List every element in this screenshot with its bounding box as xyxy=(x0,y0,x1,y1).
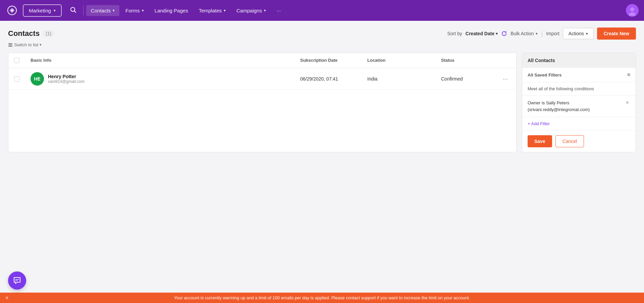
contact-initials: HE xyxy=(34,76,40,82)
contact-basic-info: HE Henry Potter vani914@gmail.com xyxy=(25,72,295,86)
nav-contacts-label: Contacts xyxy=(91,8,111,13)
nav-item-landing-pages[interactable]: Landing Pages xyxy=(150,5,193,16)
bulk-action-chevron-icon: ▾ xyxy=(536,32,538,36)
nav-campaigns-label: Campaigns xyxy=(236,8,262,13)
create-new-label: Create New xyxy=(604,31,629,36)
close-icon: × xyxy=(5,295,8,301)
import-button[interactable]: Import xyxy=(546,31,559,36)
campaigns-chevron-icon: ▾ xyxy=(264,8,266,13)
filter-condition: Owner is Sally Peters (srivani.reddy@int… xyxy=(522,96,636,117)
row-checkbox-cell xyxy=(8,76,25,82)
contact-details: Henry Potter vani914@gmail.com xyxy=(48,74,85,84)
contacts-table: Basic Info Subscription Date Location St… xyxy=(8,53,517,152)
actions-button[interactable]: Actions ▾ xyxy=(563,28,594,39)
filter-condition-label: Owner is Sally Peters xyxy=(528,100,590,106)
sort-by-label: Sort by xyxy=(447,31,462,36)
nav-landing-label: Landing Pages xyxy=(155,8,188,13)
contacts-chevron-icon: ▾ xyxy=(113,8,115,13)
table-header: Basic Info Subscription Date Location St… xyxy=(8,53,516,68)
filter-remove-button[interactable]: × xyxy=(625,100,630,106)
search-button[interactable] xyxy=(66,4,80,17)
switch-to-list-button[interactable]: Switch to list ▾ xyxy=(8,42,42,47)
header-right: Sort by Created Date ▾ Bulk Action ▾ | I… xyxy=(447,28,636,40)
page-title-group: Contacts (1) xyxy=(8,29,55,38)
th-subscription-date: Subscription Date xyxy=(295,58,362,63)
actions-label: Actions xyxy=(569,31,584,36)
nav-forms-label: Forms xyxy=(125,8,140,13)
cancel-filter-button[interactable]: Cancel xyxy=(555,135,584,147)
nav-more-label: ··· xyxy=(277,8,281,13)
chat-widget[interactable] xyxy=(8,271,26,290)
th-basic-info: Basic Info xyxy=(25,58,295,63)
sort-value: Created Date xyxy=(466,31,494,36)
bulk-action-label: Bulk Action xyxy=(511,31,534,36)
th-location: Location xyxy=(362,58,436,63)
nav-item-templates[interactable]: Templates ▾ xyxy=(194,5,230,16)
filter-meet-text: Meet all of the following conditions xyxy=(522,82,636,96)
contact-status: Confirmed xyxy=(436,76,496,82)
svg-point-4 xyxy=(630,7,634,11)
row-checkbox[interactable] xyxy=(14,76,19,82)
nav-item-forms[interactable]: Forms ▾ xyxy=(121,5,149,16)
templates-chevron-icon: ▾ xyxy=(224,8,226,13)
nav-templates-label: Templates xyxy=(199,8,222,13)
add-filter-row[interactable]: + Add Filter xyxy=(522,117,636,131)
th-actions xyxy=(496,58,516,63)
page-header: Contacts (1) Sort by Created Date ▾ Bulk… xyxy=(8,28,636,40)
th-status: Status xyxy=(436,58,496,63)
contact-more-actions: ··· xyxy=(496,74,516,84)
contact-name[interactable]: Henry Potter xyxy=(48,74,85,79)
filter-condition-sub: (srivani.reddy@integromat.com) xyxy=(528,106,590,113)
actions-chevron-icon: ▾ xyxy=(586,32,588,36)
marketing-chevron-icon: ▾ xyxy=(54,8,56,13)
import-label: Import xyxy=(546,31,559,36)
page-wrapper: Contacts (1) Sort by Created Date ▾ Bulk… xyxy=(0,21,644,159)
user-avatar[interactable] xyxy=(626,4,639,17)
svg-rect-7 xyxy=(8,45,12,45)
bottom-banner: × Your account is currently warming up a… xyxy=(0,293,644,303)
top-navigation: Marketing ▾ Contacts ▾ Forms ▾ Landing P… xyxy=(0,0,644,21)
filter-condition-content: Owner is Sally Peters (srivani.reddy@int… xyxy=(528,100,590,113)
page-title: Contacts xyxy=(8,29,40,38)
sort-dropdown[interactable]: Created Date ▾ xyxy=(466,31,498,36)
marketing-dropdown-button[interactable]: Marketing ▾ xyxy=(23,4,62,17)
nav-divider xyxy=(83,5,84,15)
nav-item-campaigns[interactable]: Campaigns ▾ xyxy=(232,5,271,16)
contact-avatar: HE xyxy=(31,72,44,86)
banner-text: Your account is currently warming up and… xyxy=(174,295,470,300)
switch-list-label: Switch to list xyxy=(14,42,38,47)
marketing-label: Marketing xyxy=(29,8,51,13)
filter-panel: All Contacts All Saved Filters ≡ Meet al… xyxy=(522,53,636,152)
svg-rect-8 xyxy=(8,46,12,47)
forms-chevron-icon: ▾ xyxy=(142,8,144,13)
svg-point-1 xyxy=(11,9,13,11)
select-all-checkbox[interactable] xyxy=(14,58,19,63)
filter-panel-title: All Contacts xyxy=(522,53,636,68)
contacts-count: (1) xyxy=(42,30,55,37)
filter-icon: ≡ xyxy=(627,72,630,78)
contact-more-button[interactable]: ··· xyxy=(501,74,509,84)
logo xyxy=(5,4,19,17)
add-filter-label: + Add Filter xyxy=(528,121,550,126)
switch-chevron-icon: ▾ xyxy=(40,43,42,47)
contact-location: India xyxy=(362,76,436,82)
nav-item-more[interactable]: ··· xyxy=(272,5,286,16)
header-checkbox-cell xyxy=(8,58,25,63)
cancel-label: Cancel xyxy=(562,139,577,144)
sort-chevron-icon: ▾ xyxy=(496,32,498,36)
save-label: Save xyxy=(534,139,545,144)
filter-saved-row: All Saved Filters ≡ xyxy=(522,68,636,82)
contact-subscription-date: 06/29/2020, 07:41 xyxy=(295,76,362,82)
bulk-action-button[interactable]: Bulk Action ▾ xyxy=(511,31,538,36)
save-filter-button[interactable]: Save xyxy=(528,135,552,147)
svg-rect-6 xyxy=(8,43,12,44)
nav-item-contacts[interactable]: Contacts ▾ xyxy=(86,5,119,16)
refresh-button[interactable] xyxy=(501,31,507,37)
switch-row: Switch to list ▾ xyxy=(8,42,636,47)
svg-point-5 xyxy=(629,12,636,16)
close-banner-button[interactable]: × xyxy=(5,295,8,301)
table-row: HE Henry Potter vani914@gmail.com 06/29/… xyxy=(8,68,516,90)
separator: | xyxy=(541,30,543,37)
create-new-button[interactable]: Create New xyxy=(597,28,636,40)
contact-email: vani914@gmail.com xyxy=(48,79,85,84)
